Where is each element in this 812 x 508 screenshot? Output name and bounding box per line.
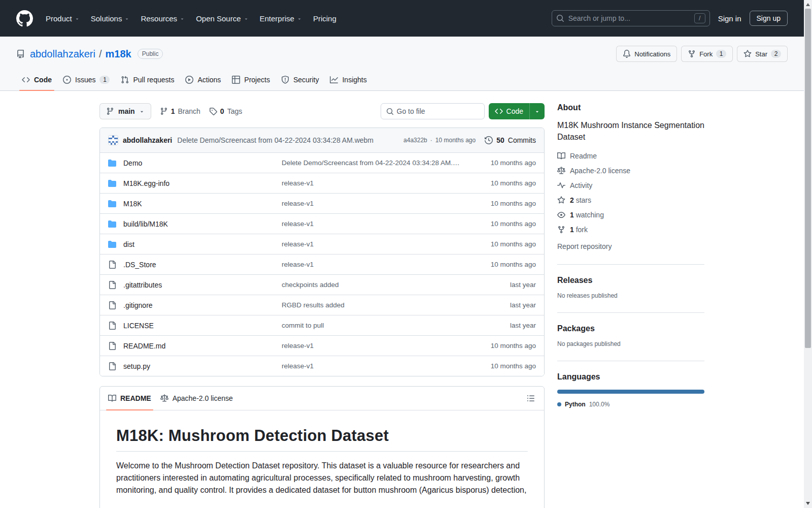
global-search-box[interactable]: / xyxy=(552,10,710,26)
sidebar-item-readme[interactable]: Readme xyxy=(557,152,704,160)
file-commit-link[interactable]: Delete Demo/Screencast from 04-22-2024 0… xyxy=(282,159,464,167)
top-navigation: Product Solutions Resources Open Source … xyxy=(0,0,804,37)
file-name-link[interactable]: README.md xyxy=(123,342,282,350)
file-time: last year xyxy=(510,322,536,329)
file-time: last year xyxy=(510,281,536,289)
scroll-down-arrow-icon[interactable] xyxy=(806,502,810,505)
file-name-link[interactable]: setup.py xyxy=(123,362,282,370)
sign-in-link[interactable]: Sign in xyxy=(718,14,741,23)
tab-projects[interactable]: Projects xyxy=(226,69,276,90)
chevron-down-icon xyxy=(75,16,80,21)
nav-item-open-source[interactable]: Open Source xyxy=(190,10,254,27)
license-tab[interactable]: Apache-2.0 license xyxy=(160,394,233,402)
code-toolbar: main 1 Branch 0 Tags xyxy=(99,103,545,119)
pull-request-icon xyxy=(121,76,129,84)
nav-item-solutions[interactable]: Solutions xyxy=(85,10,136,27)
sidebar-item-license[interactable]: Apache-2.0 license xyxy=(557,167,704,175)
github-logo-icon[interactable] xyxy=(16,10,33,27)
vertical-scrollbar[interactable] xyxy=(804,0,812,508)
file-commit-link[interactable]: release-v1 xyxy=(282,179,314,187)
tab-insights[interactable]: Insights xyxy=(324,69,372,90)
star-button[interactable]: Star 2 xyxy=(737,46,788,62)
scroll-up-arrow-icon[interactable] xyxy=(806,3,810,6)
tab-issues[interactable]: Issues 1 xyxy=(57,69,115,90)
file-commit-link[interactable]: checkpoints added xyxy=(282,281,339,289)
tab-actions[interactable]: Actions xyxy=(180,69,226,90)
file-commit-link[interactable]: release-v1 xyxy=(282,240,314,248)
tab-pull-requests[interactable]: Pull requests xyxy=(115,69,180,90)
file-name-link[interactable]: build/lib/M18K xyxy=(123,220,282,228)
notifications-button[interactable]: Notifications xyxy=(616,46,677,62)
go-to-file-input[interactable] xyxy=(397,107,479,115)
branch-selector[interactable]: main xyxy=(99,103,151,119)
report-repository-link[interactable]: Report repository xyxy=(557,242,612,250)
commit-message-link[interactable]: Delete Demo/Screencast from 04-22-2024 0… xyxy=(177,136,374,144)
sign-up-button[interactable]: Sign up xyxy=(750,11,788,26)
file-commit-link[interactable]: release-v1 xyxy=(282,261,314,268)
readme-tab[interactable]: README xyxy=(108,387,151,410)
branches-link[interactable]: 1 Branch xyxy=(160,107,200,115)
commit-time: 10 months ago xyxy=(435,137,476,144)
file-commit-link[interactable]: RGBD results added xyxy=(282,301,345,309)
table-row[interactable]: LICENSE commit to pull last year xyxy=(100,315,544,335)
file-name-link[interactable]: Demo xyxy=(123,159,282,167)
tab-security[interactable]: Security xyxy=(276,69,325,90)
file-commit-link[interactable]: release-v1 xyxy=(282,362,314,370)
tags-link[interactable]: 0 Tags xyxy=(209,107,242,115)
file-commit-link[interactable]: release-v1 xyxy=(282,220,314,228)
table-row[interactable]: .gitattributes checkpoints added last ye… xyxy=(100,274,544,295)
language-item-python[interactable]: Python 100.0% xyxy=(557,401,704,408)
history-icon xyxy=(485,136,493,144)
file-commit-link[interactable]: release-v1 xyxy=(282,200,314,207)
commit-hash-link[interactable]: a4a322b xyxy=(403,137,427,144)
file-name-link[interactable]: .gitignore xyxy=(123,301,282,309)
file-commit-link[interactable]: commit to pull xyxy=(282,322,324,329)
repo-owner-link[interactable]: abdollahzakeri xyxy=(30,48,95,60)
file-icon xyxy=(108,281,116,289)
tab-code[interactable]: Code xyxy=(16,69,57,90)
repo-name-link[interactable]: m18k xyxy=(106,48,131,60)
commit-author-link[interactable]: abdollahzakeri xyxy=(123,136,172,144)
nav-item-pricing[interactable]: Pricing xyxy=(308,10,342,27)
chevron-down-icon xyxy=(180,16,185,21)
file-name-link[interactable]: M18K.egg-info xyxy=(123,179,282,187)
sidebar-item-watching[interactable]: 1 watching xyxy=(557,211,704,219)
latest-commit-row[interactable]: abdollahzakeri Delete Demo/Screencast fr… xyxy=(100,128,544,152)
table-row[interactable]: dist release-v1 10 months ago xyxy=(100,234,544,254)
table-row[interactable]: .DS_Store release-v1 10 months ago xyxy=(100,254,544,274)
outline-menu-button[interactable] xyxy=(524,391,538,405)
table-row[interactable]: build/lib/M18K release-v1 10 months ago xyxy=(100,213,544,234)
go-to-file-box[interactable] xyxy=(381,103,485,119)
table-row[interactable]: README.md release-v1 10 months ago xyxy=(100,335,544,356)
sidebar-item-forks[interactable]: 1 fork xyxy=(557,226,704,234)
file-time: 10 months ago xyxy=(491,261,536,268)
file-name-link[interactable]: M18K xyxy=(123,200,282,208)
nav-item-resources[interactable]: Resources xyxy=(135,10,190,27)
file-name-link[interactable]: LICENSE xyxy=(123,322,282,330)
table-row[interactable]: M18K release-v1 10 months ago xyxy=(100,193,544,213)
file-name-link[interactable]: .gitattributes xyxy=(123,281,282,289)
divider xyxy=(557,264,704,265)
file-name-link[interactable]: .DS_Store xyxy=(123,261,282,269)
scrollbar-thumb[interactable] xyxy=(805,9,811,348)
table-row[interactable]: setup.py release-v1 10 months ago xyxy=(100,356,544,376)
sidebar-item-activity[interactable]: Activity xyxy=(557,181,704,189)
fork-button[interactable]: Fork 1 xyxy=(681,46,733,62)
code-dropdown-caret[interactable] xyxy=(529,103,545,119)
table-row[interactable]: M18K.egg-info release-v1 10 months ago xyxy=(100,173,544,193)
chevron-down-icon xyxy=(244,16,249,21)
nav-item-enterprise[interactable]: Enterprise xyxy=(254,10,308,27)
avatar[interactable] xyxy=(108,135,118,145)
code-download-button[interactable]: Code xyxy=(489,103,545,119)
file-time: 10 months ago xyxy=(491,342,536,350)
file-name-link[interactable]: dist xyxy=(123,240,282,248)
repo-header: abdollahzakeri / m18k Public Notificatio… xyxy=(0,37,804,91)
search-input[interactable] xyxy=(568,14,690,22)
nav-item-product[interactable]: Product xyxy=(40,10,85,27)
table-row[interactable]: .gitignore RGBD results added last year xyxy=(100,295,544,315)
commit-history-link[interactable]: 50 Commits xyxy=(485,136,536,144)
table-row[interactable]: Demo Delete Demo/Screencast from 04-22-2… xyxy=(100,152,544,173)
file-commit-link[interactable]: release-v1 xyxy=(282,342,314,350)
file-time: 10 months ago xyxy=(491,179,536,187)
sidebar-item-stars[interactable]: 2 stars xyxy=(557,196,704,204)
